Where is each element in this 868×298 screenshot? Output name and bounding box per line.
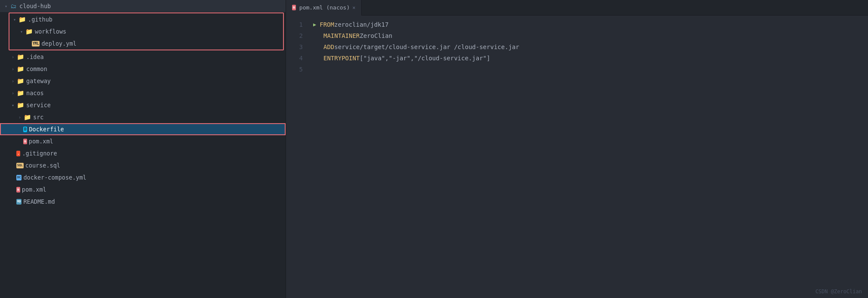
line-numbers: 1 2 3 4 5 xyxy=(286,19,310,298)
tree-item-idea[interactable]: 📁 .idea xyxy=(0,51,286,63)
arrow-workflows xyxy=(18,29,25,34)
sql-icon-course: SQL xyxy=(16,163,24,168)
tree-label-gateway: gateway xyxy=(26,78,51,84)
arrow-common xyxy=(9,67,16,71)
tab-label: pom.xml (nacos) xyxy=(299,4,350,11)
file-tree-panel: 🗂 cloud-hub 📁 .github 📁 workflows YML de… xyxy=(0,0,286,298)
yml-icon-deploy: YML xyxy=(32,41,40,47)
run-arrow-icon: ▶ xyxy=(313,19,316,30)
tree-item-service[interactable]: 📁 service xyxy=(0,99,286,111)
tree-label-idea: .idea xyxy=(26,53,44,60)
editor-panel: m pom.xml (nacos) × 1 2 3 4 5 ▶ FROM zer… xyxy=(286,0,868,298)
tree-item-common[interactable]: 📁 common xyxy=(0,63,286,75)
tree-label-src: src xyxy=(33,114,43,121)
docker-icon-dockerfile: D xyxy=(23,127,27,132)
tree-item-dockerfile[interactable]: D Dockerfile xyxy=(0,123,286,135)
tree-item-docker-compose[interactable]: DC docker-compose.yml xyxy=(0,171,286,183)
arrow-src xyxy=(16,115,23,120)
tab-pom-icon: m xyxy=(292,5,296,10)
folder-icon-gateway: 📁 xyxy=(16,77,24,85)
kw-add: ADD xyxy=(323,41,334,53)
tree-label-gitignore: .gitignore xyxy=(22,150,57,157)
watermark: CSDN @ZeroClian xyxy=(816,289,862,295)
tree-item-gateway[interactable]: 📁 gateway xyxy=(0,75,286,87)
code-line-4: ENTRYPOINT ["java","-jar","/cloud-servic… xyxy=(313,53,868,64)
folder-icon-service: 📁 xyxy=(16,101,24,109)
tree-item-cloud-hub[interactable]: 🗂 cloud-hub xyxy=(0,0,286,12)
arrow-service xyxy=(9,103,16,108)
git-icon-gitignore: . xyxy=(16,151,20,156)
tree-label-common: common xyxy=(26,65,47,72)
tree-label-dockerfile: Dockerfile xyxy=(29,126,64,133)
tree-item-nacos[interactable]: 📁 nacos xyxy=(0,87,286,99)
dc-icon-docker-compose: DC xyxy=(16,175,22,180)
tree-label-service-pom: pom.xml xyxy=(29,138,53,145)
arrow-idea xyxy=(9,55,16,59)
tree-label-nacos: nacos xyxy=(26,90,44,96)
tree-label-github: .github xyxy=(28,16,52,23)
line-num-4: 4 xyxy=(286,53,303,64)
editor-tab-pom-nacos[interactable]: m pom.xml (nacos) × xyxy=(286,0,362,16)
code-content[interactable]: ▶ FROM zeroclian/jdk17 MAINTAINER ZeroCl… xyxy=(310,19,868,298)
tree-item-readme[interactable]: MD README.md xyxy=(0,196,286,208)
code-line-2: MAINTAINER ZeroClian xyxy=(313,30,868,41)
line-num-2: 2 xyxy=(286,30,303,41)
tab-close-button[interactable]: × xyxy=(352,5,355,11)
val-add: service/target/cloud-service.jar /cloud-… xyxy=(334,41,519,53)
folder-icon-idea: 📁 xyxy=(16,53,24,61)
arrow-gateway xyxy=(9,79,16,84)
line-num-5: 5 xyxy=(286,64,303,75)
folder-icon-nacos: 📁 xyxy=(16,89,24,97)
tree-item-deploy-yml[interactable]: YML deploy.yml xyxy=(9,37,283,50)
tree-item-course-sql[interactable]: SQL course.sql xyxy=(0,159,286,171)
kw-from: FROM xyxy=(320,19,334,30)
val-jdk: zeroclian/jdk17 xyxy=(334,19,388,30)
folder-icon-github: 📁 xyxy=(18,16,26,23)
tree-item-service-pom[interactable]: m pom.xml xyxy=(0,135,286,147)
val-maintainer: ZeroClian xyxy=(360,30,392,41)
github-highlight-box: 📁 .github 📁 workflows YML deploy.yml xyxy=(9,12,284,50)
pom-icon-service: m xyxy=(23,139,27,144)
code-line-1: ▶ FROM zeroclian/jdk17 xyxy=(313,19,868,30)
folder-icon-src: 📁 xyxy=(23,113,31,121)
tree-label-docker-compose: docker-compose.yml xyxy=(23,174,86,181)
tree-label-cloud-hub: cloud-hub xyxy=(19,3,51,9)
folder-icon-cloud-hub: 🗂 xyxy=(9,2,17,10)
tree-label-readme: README.md xyxy=(23,198,55,205)
line-num-3: 3 xyxy=(286,41,303,53)
tree-label-workflows: workflows xyxy=(35,28,66,35)
editor-tab-bar: m pom.xml (nacos) × xyxy=(286,0,868,16)
arrow-github xyxy=(11,17,18,22)
arrow-nacos xyxy=(9,91,16,96)
folder-icon-common: 📁 xyxy=(16,65,24,73)
tree-item-workflows[interactable]: 📁 workflows xyxy=(9,25,283,37)
tree-item-root-pom[interactable]: m pom.xml xyxy=(0,183,286,196)
md-icon-readme: MD xyxy=(16,199,22,205)
arrow-cloud-hub xyxy=(3,4,9,9)
tree-item-src[interactable]: 📁 src xyxy=(0,111,286,123)
code-line-3: ADD service/target/cloud-service.jar /cl… xyxy=(313,41,868,53)
tree-item-github[interactable]: 📁 .github xyxy=(9,13,283,25)
tree-label-service: service xyxy=(26,102,51,109)
line-num-1: 1 xyxy=(286,19,303,30)
tree-label-root-pom: pom.xml xyxy=(22,186,46,193)
kw-entrypoint: ENTRYPOINT xyxy=(323,53,360,64)
pom-icon-root: m xyxy=(16,187,20,192)
kw-maintainer: MAINTAINER xyxy=(323,30,360,41)
code-line-5 xyxy=(313,64,868,75)
val-entrypoint: ["java","-jar","/cloud-service.jar"] xyxy=(360,53,490,64)
tree-item-gitignore[interactable]: . .gitignore xyxy=(0,147,286,159)
folder-icon-workflows: 📁 xyxy=(25,28,33,35)
tree-label-course-sql: course.sql xyxy=(25,162,60,169)
editor-code-area: 1 2 3 4 5 ▶ FROM zeroclian/jdk17 MAINTAI… xyxy=(286,16,868,298)
tree-label-deploy-yml: deploy.yml xyxy=(41,40,76,47)
